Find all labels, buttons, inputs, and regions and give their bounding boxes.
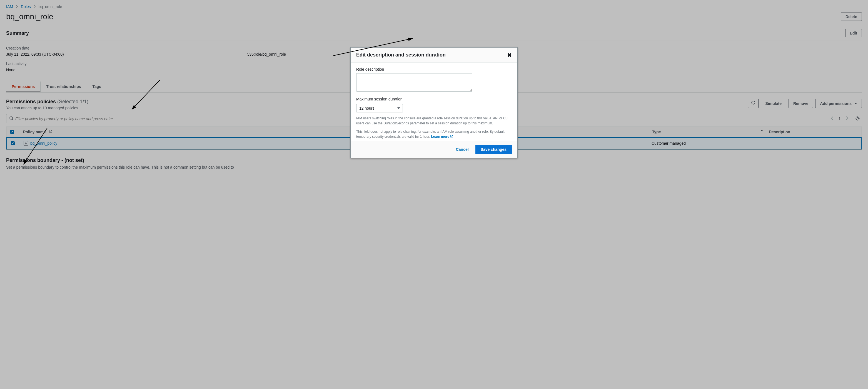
help-text-2: This field does not apply to role chaini… bbox=[356, 129, 512, 139]
save-changes-button[interactable]: Save changes bbox=[475, 145, 512, 154]
role-description-label: Role description bbox=[356, 67, 512, 72]
max-session-label: Maximum session duration bbox=[356, 97, 512, 101]
modal-close-button[interactable]: ✖ bbox=[507, 52, 512, 58]
edit-description-modal: Edit description and session duration ✖ … bbox=[350, 47, 518, 158]
max-session-select[interactable]: 12 hours bbox=[356, 104, 403, 112]
cancel-button[interactable]: Cancel bbox=[453, 145, 472, 154]
learn-more-link[interactable]: Learn more bbox=[431, 135, 453, 139]
close-icon: ✖ bbox=[507, 52, 512, 58]
help-text-1: IAM users switching roles in the console… bbox=[356, 116, 512, 126]
modal-title: Edit description and session duration bbox=[356, 52, 446, 58]
role-description-textarea[interactable] bbox=[356, 73, 472, 91]
external-link-icon bbox=[450, 135, 453, 139]
